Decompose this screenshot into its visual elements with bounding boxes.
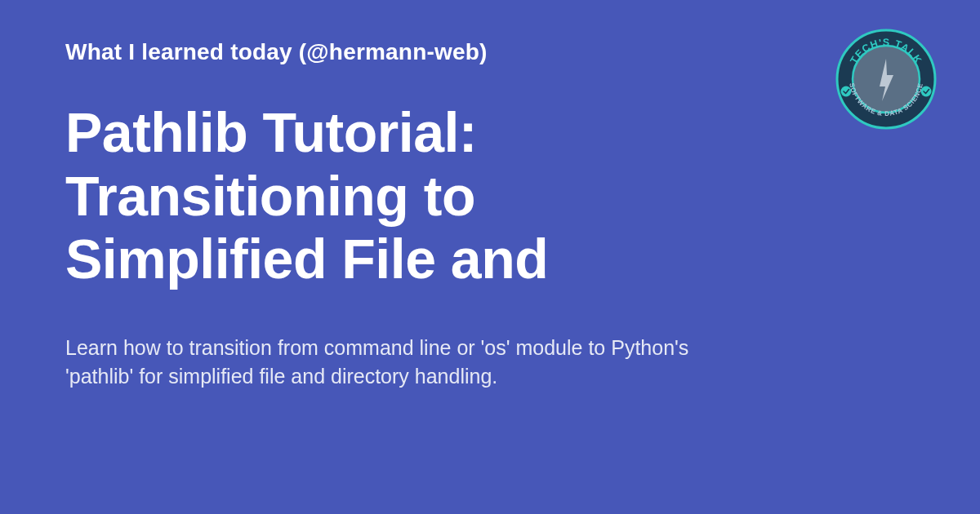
page-title: Pathlib Tutorial: Transitioning to Simpl…: [65, 101, 686, 291]
header-line: What I learned today (@hermann-web): [65, 39, 915, 65]
techs-talk-badge-icon: TECH'S TALK SOFTWARE & DATA SCIENCE: [835, 28, 938, 131]
page-description: Learn how to transition from command lin…: [65, 334, 719, 392]
